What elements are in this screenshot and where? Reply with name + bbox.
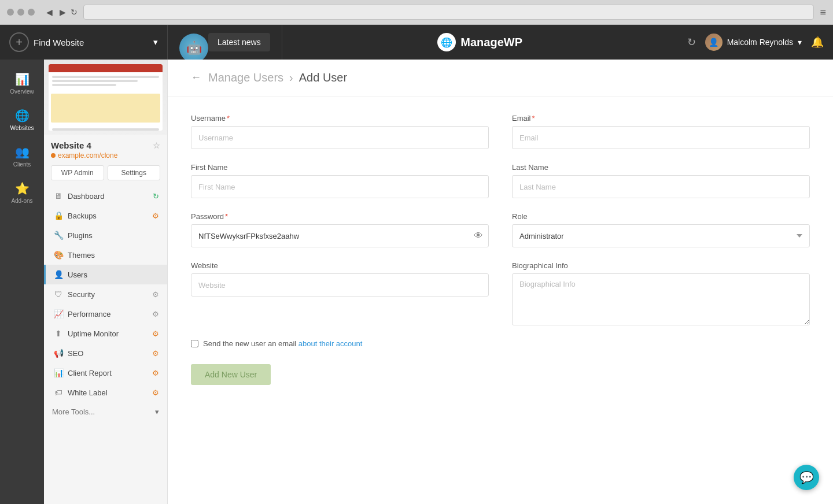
user-menu[interactable]: 👤 Malcolm Reynolds ▾ <box>705 34 802 51</box>
website-sidebar: Website 4 ☆ example.com/clone WP Admin S… <box>44 60 168 504</box>
username-input[interactable] <box>191 126 489 149</box>
refresh-sync-btn[interactable]: ↻ <box>687 36 696 49</box>
nav-back-btn[interactable]: ◀ <box>44 6 55 18</box>
sidebar-item-performance[interactable]: 📈 Performance ⚙ <box>44 304 167 324</box>
add-new-user-button[interactable]: Add New User <box>191 364 271 385</box>
lastname-label: Last Name <box>512 163 810 172</box>
page-header: ← Manage Users › Add User <box>168 60 833 97</box>
header-left: + Find Website ▾ <box>0 25 168 60</box>
breadcrumb-parent[interactable]: Manage Users <box>208 71 283 84</box>
nav-forward-btn[interactable]: ▶ <box>57 6 68 18</box>
role-label: Role <box>512 212 810 221</box>
sidebar-item-plugins[interactable]: 🔧 Plugins <box>44 225 167 245</box>
content-area: ← Manage Users › Add User Username* <box>168 60 833 504</box>
sidebar-item-white-label-left: 🏷 White Label <box>54 388 108 397</box>
bio-textarea[interactable] <box>512 273 810 325</box>
uptime-label: Uptime Monitor <box>68 329 119 338</box>
sidebar-item-websites[interactable]: 🌐 Websites <box>0 102 44 138</box>
form-row-2: First Name Last Name <box>191 163 810 198</box>
firstname-group: First Name <box>191 163 489 198</box>
client-report-label: Client Report <box>68 369 112 377</box>
sidebar-item-users-left: 👤 Users <box>54 270 87 279</box>
header-center: 🌐 ManageWP <box>282 33 678 51</box>
logo-label: ManageWP <box>460 36 522 49</box>
form-row-4: Website Biographical Info <box>191 261 810 325</box>
backups-gear-icon: ⚙ <box>152 212 159 220</box>
user-name: Malcolm Reynolds <box>727 38 793 47</box>
password-toggle-btn[interactable]: 👁 <box>474 231 483 241</box>
themes-icon: 🎨 <box>54 250 63 260</box>
email-label: Email* <box>512 114 810 123</box>
sidebar-item-uptime-left: ⬆ Uptime Monitor <box>54 329 119 338</box>
email-notify-link[interactable]: about their account <box>298 339 363 348</box>
website-input[interactable] <box>191 273 489 297</box>
sidebar-item-seo[interactable]: 📢 SEO ⚙ <box>44 343 167 363</box>
email-notify-label: Send the new user an email about their a… <box>203 339 362 348</box>
sidebar-item-overview[interactable]: 📊 Overview <box>0 65 44 102</box>
lastname-group: Last Name <box>512 163 810 198</box>
uptime-icon: ⬆ <box>54 329 63 338</box>
chat-button[interactable]: 💬 <box>794 465 819 490</box>
sidebar-item-addons[interactable]: ⭐ Add-ons <box>0 175 44 211</box>
sidebar-item-dashboard[interactable]: 🖥 Dashboard ↻ <box>44 186 167 206</box>
lastname-input[interactable] <box>512 175 810 198</box>
performance-label: Performance <box>68 310 110 318</box>
sidebar-item-backups[interactable]: 🔒 Backups ⚙ <box>44 206 167 225</box>
sidebar-item-security[interactable]: 🛡 Security ⚙ <box>44 284 167 304</box>
role-group: Role Administrator Editor Author Contrib… <box>512 212 810 247</box>
client-report-gear-icon: ⚙ <box>152 369 159 377</box>
sidebar-item-client-report[interactable]: 📊 Client Report ⚙ <box>44 363 167 383</box>
add-website-btn[interactable]: + <box>9 32 29 52</box>
find-website-select[interactable]: Find Website ▾ <box>34 37 158 47</box>
logo-icon: 🌐 <box>437 33 456 51</box>
username-required: * <box>227 114 230 123</box>
top-header: + Find Website ▾ 🤖 Latest news 🌐 ManageW… <box>0 25 833 60</box>
news-label: Latest news <box>218 38 261 47</box>
sidebar-item-security-left: 🛡 Security <box>54 290 95 299</box>
email-group: Email* <box>512 114 810 149</box>
username-label: Username* <box>191 114 489 123</box>
client-report-icon: 📊 <box>54 368 63 377</box>
sidebar-item-uptime[interactable]: ⬆ Uptime Monitor ⚙ <box>44 324 167 343</box>
sidebar-item-users[interactable]: 👤 Users <box>44 265 167 284</box>
firstname-input[interactable] <box>191 175 489 198</box>
overview-icon: 📊 <box>15 72 30 86</box>
seo-label: SEO <box>68 349 83 358</box>
email-input[interactable] <box>512 126 810 149</box>
back-button[interactable]: ← <box>191 72 201 84</box>
latest-news-btn[interactable]: Latest news <box>208 33 270 51</box>
sidebar-item-performance-left: 📈 Performance <box>54 309 110 318</box>
password-label: Password* <box>191 212 489 221</box>
password-wrapper: 👁 <box>191 224 489 247</box>
sidebar-item-themes[interactable]: 🎨 Themes <box>44 245 167 265</box>
sidebar-item-white-label[interactable]: 🏷 White Label ⚙ <box>44 383 167 402</box>
firstname-label: First Name <box>191 163 489 172</box>
settings-btn[interactable]: Settings <box>108 165 161 180</box>
password-input[interactable] <box>191 224 489 247</box>
users-icon: 👤 <box>54 270 63 279</box>
email-notify-checkbox[interactable] <box>191 340 198 347</box>
site-info: Website 4 ☆ example.com/clone <box>44 135 167 165</box>
site-name: Website 4 <box>51 140 91 150</box>
user-menu-arrow-icon: ▾ <box>798 38 802 47</box>
seo-icon: 📢 <box>54 349 63 358</box>
dashboard-label: Dashboard <box>68 192 105 201</box>
site-star-btn[interactable]: ☆ <box>153 141 160 150</box>
sidebar-item-client-report-left: 📊 Client Report <box>54 368 112 377</box>
more-tools-item[interactable]: More Tools... ▾ <box>44 402 167 421</box>
avatar: 👤 <box>705 34 723 51</box>
sidebar-item-backups-left: 🔒 Backups <box>54 211 97 220</box>
site-url: example.com/clone <box>51 151 160 160</box>
sidebar-item-clients[interactable]: 👥 Clients <box>0 138 44 175</box>
mascot-area: 🤖 <box>179 25 208 60</box>
white-label-label: White Label <box>68 388 108 397</box>
url-bar[interactable] <box>83 5 814 20</box>
uptime-gear-icon: ⚙ <box>152 329 159 338</box>
bio-label: Biographical Info <box>512 261 810 270</box>
site-name-row: Website 4 ☆ <box>51 140 160 150</box>
role-select[interactable]: Administrator Editor Author Contributor … <box>512 224 810 247</box>
notification-bell-btn[interactable]: 🔔 <box>811 36 824 49</box>
wp-admin-btn[interactable]: WP Admin <box>51 165 104 180</box>
seo-gear-icon: ⚙ <box>152 349 159 358</box>
refresh-btn[interactable]: ↻ <box>71 6 78 18</box>
